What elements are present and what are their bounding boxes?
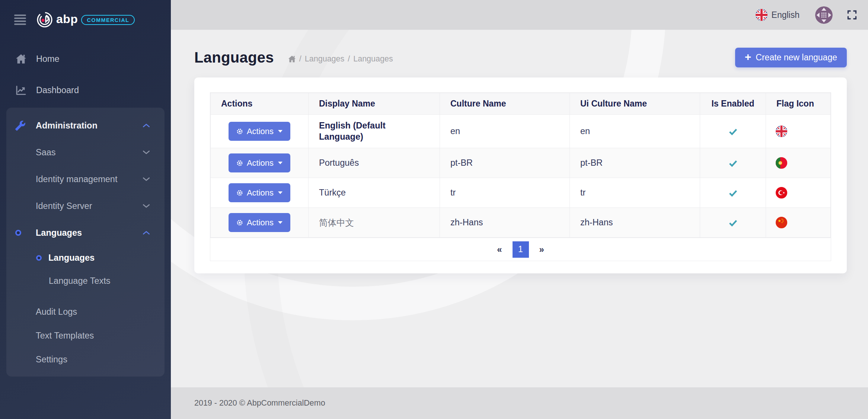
- row-actions-button[interactable]: Actions: [229, 213, 290, 232]
- pagination: « 1 »: [210, 238, 831, 261]
- column-header-ui-culture-name: Ui Culture Name: [570, 93, 700, 115]
- main-area: English: [171, 0, 868, 419]
- cell-ui-culture-name: zh-Hans: [570, 208, 700, 238]
- sidebar-item-settings[interactable]: Settings: [6, 347, 165, 371]
- sidebar-item-languages-parent[interactable]: Languages: [6, 219, 165, 246]
- cell-is-enabled: [700, 208, 766, 238]
- check-icon: [728, 158, 738, 168]
- language-switcher[interactable]: English: [756, 9, 800, 21]
- column-header-display-name: Display Name: [309, 93, 440, 115]
- sidebar-item-audit-logs[interactable]: Audit Logs: [6, 300, 165, 324]
- caret-down-icon: [278, 191, 283, 194]
- create-new-language-button[interactable]: + Create new language: [735, 48, 847, 67]
- table-row: Actions 简体中文 zh-Hans zh-Hans: [211, 208, 831, 238]
- column-header-culture-name: Culture Name: [440, 93, 570, 115]
- sidebar-item-label: Audit Logs: [36, 307, 77, 317]
- languages-table: Actions Display Name Culture Name Ui Cul…: [210, 93, 831, 238]
- cn-flag-icon: [776, 217, 787, 228]
- sidebar-item-label: Language Texts: [49, 276, 111, 286]
- table-row: Actions Türkçe tr tr: [211, 178, 831, 208]
- check-icon: [728, 127, 738, 137]
- row-actions-button[interactable]: Actions: [229, 183, 290, 202]
- row-actions-button[interactable]: Actions: [229, 122, 290, 141]
- pagination-page-1[interactable]: 1: [513, 241, 529, 258]
- chevron-down-icon: [143, 150, 150, 155]
- sidebar-administration-group: Administration Saas Identity management: [6, 108, 165, 377]
- fullscreen-icon[interactable]: [847, 10, 857, 20]
- table-row: Actions Português pt-BR pt-BR: [211, 148, 831, 178]
- cell-ui-culture-name: en: [570, 115, 700, 148]
- brand-logo[interactable]: abp COMMERCIAL: [36, 12, 135, 28]
- caret-down-icon: [278, 130, 283, 133]
- table-wrapper: Actions Display Name Culture Name Ui Cul…: [210, 92, 831, 261]
- sidebar-item-languages[interactable]: Languages: [6, 246, 165, 269]
- cell-is-enabled: [700, 115, 766, 148]
- language-label: English: [772, 10, 800, 20]
- sidebar-header: abp COMMERCIAL: [0, 0, 171, 39]
- breadcrumb-item[interactable]: Languages: [353, 54, 393, 64]
- caret-down-icon: [278, 221, 283, 224]
- cell-display-name: English (Default Language): [309, 115, 440, 148]
- copyright-text: 2019 - 2020 © AbpCommercialDemo: [194, 399, 325, 408]
- user-avatar[interactable]: [815, 6, 833, 24]
- home-icon: [16, 54, 36, 64]
- sidebar-item-dashboard[interactable]: Dashboard: [0, 76, 171, 104]
- sidebar-item-administration[interactable]: Administration: [6, 112, 165, 139]
- plus-icon: +: [745, 57, 751, 58]
- brand-text: abp: [56, 13, 78, 26]
- wrench-icon: [15, 121, 36, 131]
- sidebar-item-label: Saas: [36, 147, 56, 158]
- dot-circle-icon: [36, 255, 42, 261]
- topbar: English: [171, 0, 868, 30]
- dot-circle-icon: [15, 230, 36, 236]
- breadcrumb-home-icon[interactable]: [288, 55, 296, 63]
- languages-table-card: Actions Display Name Culture Name Ui Cul…: [194, 77, 847, 273]
- gb-flag-icon: [776, 126, 787, 137]
- sidebar-item-language-texts[interactable]: Language Texts: [6, 269, 165, 292]
- app-root: abp COMMERCIAL Home Dashboar: [0, 0, 868, 419]
- breadcrumb: / Languages / Languages: [288, 54, 393, 64]
- sidebar-item-text-templates[interactable]: Text Templates: [6, 324, 165, 347]
- sidebar-item-label: Languages: [48, 253, 95, 263]
- nav-spacer: [6, 292, 165, 300]
- pagination-next-button[interactable]: »: [534, 244, 549, 255]
- sidebar-nav: Home Dashboard Administration: [0, 39, 171, 377]
- cell-culture-name: pt-BR: [440, 148, 570, 178]
- cell-flag: [766, 208, 831, 238]
- cell-culture-name: en: [440, 115, 570, 148]
- breadcrumb-item[interactable]: Languages: [305, 54, 344, 64]
- sidebar-item-identity-management[interactable]: Identity management: [6, 166, 165, 193]
- dashboard-icon: [16, 85, 36, 96]
- sidebar-item-label: Administration: [36, 121, 98, 131]
- gear-icon: [236, 128, 243, 135]
- chevron-down-icon: [143, 177, 150, 181]
- cell-display-name: Português: [309, 148, 440, 178]
- caret-down-icon: [278, 162, 283, 164]
- uk-flag-icon: [756, 9, 768, 21]
- cell-flag: [766, 148, 831, 178]
- row-actions-button[interactable]: Actions: [229, 153, 290, 172]
- sidebar-item-saas[interactable]: Saas: [6, 139, 165, 166]
- sidebar: abp COMMERCIAL Home Dashboar: [0, 0, 171, 419]
- brand-badge: COMMERCIAL: [81, 15, 135, 25]
- gear-icon: [236, 190, 243, 196]
- cell-ui-culture-name: pt-BR: [570, 148, 700, 178]
- check-icon: [728, 218, 738, 228]
- check-icon: [728, 188, 738, 198]
- page-title: Languages: [194, 49, 274, 66]
- chevron-up-icon: [143, 124, 150, 128]
- abp-logo-icon: [36, 12, 53, 28]
- sidebar-item-home[interactable]: Home: [0, 45, 171, 73]
- gear-icon: [236, 219, 243, 226]
- cell-display-name: Türkçe: [309, 178, 440, 208]
- column-header-flag-icon: Flag Icon: [766, 93, 831, 115]
- cell-flag: [766, 178, 831, 208]
- cell-is-enabled: [700, 148, 766, 178]
- pagination-prev-button[interactable]: «: [492, 244, 507, 255]
- cell-culture-name: tr: [440, 178, 570, 208]
- sidebar-item-label: Home: [36, 54, 60, 64]
- menu-toggle-icon[interactable]: [14, 15, 26, 25]
- sidebar-item-label: Text Templates: [36, 331, 94, 341]
- page-header: Languages / Languages / Languages + Crea…: [194, 48, 847, 67]
- sidebar-item-identity-server[interactable]: Identity Server: [6, 193, 165, 219]
